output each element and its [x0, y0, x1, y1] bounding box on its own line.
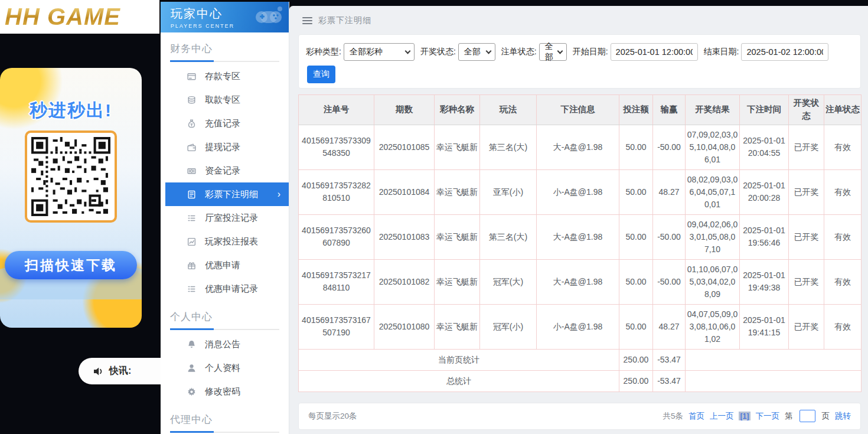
table-cell: 有效 — [824, 169, 862, 214]
col-header: 投注额 — [619, 95, 653, 125]
sidebar-header: 玩家中心 PLAYERS CENTER — [161, 2, 289, 32]
col-header: 彩种名称 — [435, 95, 480, 125]
start-date-input[interactable] — [611, 43, 698, 61]
table-cell: 2025-01-01 19:49:38 — [740, 259, 789, 304]
jump-action-link[interactable]: 跳转 — [835, 411, 851, 422]
table-cell: 20250101085 — [374, 125, 435, 169]
sidebar-item-label: 优惠申请记录 — [205, 283, 258, 295]
qr-code — [25, 130, 117, 223]
deposit-card-icon — [187, 71, 197, 81]
sidebar-item-label: 提现记录 — [205, 142, 240, 153]
end-date-input[interactable] — [741, 43, 828, 61]
sidebar-section-label: 个人中心 — [170, 310, 279, 324]
withdraw-coins-icon — [187, 95, 197, 105]
start-date-label: 开始日期: — [573, 47, 608, 57]
sidebar-section-header: 个人中心 — [161, 310, 289, 330]
scan-download-button[interactable]: 扫描快速下载 — [5, 251, 137, 279]
promo-list-icon — [187, 284, 197, 294]
bet-table-body: 40156917357330954835020250101085幸运飞艇新第三名… — [299, 125, 862, 349]
sidebar-item-person[interactable]: 个人资料 — [161, 356, 289, 380]
sidebar-item-label: 资金记录 — [205, 165, 240, 177]
order-status-label: 注单状态: — [501, 47, 537, 57]
recharge-bag-icon — [187, 119, 197, 129]
lottery-type-select[interactable]: 全部彩种 — [344, 43, 415, 61]
sidebar-item-label: 厅室投注记录 — [205, 213, 258, 224]
sidebar-item-funds-cash[interactable]: 资金记录 — [161, 159, 289, 182]
sidebar-item-promo-gift[interactable]: 优惠申请 — [161, 253, 289, 277]
table-cell: 401569173573217848110 — [299, 259, 374, 304]
table-cell: 已开奖 — [789, 169, 824, 214]
table-cell: 已开奖 — [789, 259, 824, 304]
table-cell: 50.00 — [619, 304, 653, 349]
table-cell: 冠军(大) — [480, 259, 537, 304]
table-cell: 2025-01-01 19:41:15 — [740, 304, 789, 349]
table-cell: 2025-01-01 20:04:55 — [740, 125, 789, 169]
site-logo-bar: HH GAME — [0, 0, 159, 34]
table-cell: 有效 — [824, 259, 862, 304]
filter-panel: 彩种类型: 全部彩种 开奖状态: 全部 注单状态: 全部 开始日期: 结束日期:… — [298, 34, 861, 89]
sidebar-nav: 财务中心存款专区取款专区充值记录提现记录资金记录彩票下注明细›厅室投注记录玩家投… — [161, 42, 289, 433]
sidebar-item-promo-list[interactable]: 优惠申请记录 — [161, 277, 289, 301]
table-cell: 04,07,05,09,03,08,10,06,01,02 — [686, 304, 740, 349]
sidebar-item-deposit-card[interactable]: 存款专区 — [161, 64, 289, 88]
sidebar-item-report-chart[interactable]: 玩家投注报表 — [161, 230, 289, 253]
table-cell: 幸运飞艇新 — [435, 214, 480, 259]
table-cell: 2025-01-01 20:00:28 — [740, 169, 789, 214]
chevron-down-icon — [557, 48, 563, 54]
gear-icon — [187, 387, 197, 397]
table-cell: 已开奖 — [789, 125, 824, 169]
chevron-right-icon: › — [278, 189, 280, 200]
table-cell: 冠军(小) — [480, 304, 537, 349]
person-icon — [187, 363, 197, 373]
lottery-doc-icon — [187, 190, 197, 200]
next-page-link[interactable]: 下一页 — [756, 411, 780, 422]
sidebar-item-withdrawal-wallet[interactable]: 提现记录 — [161, 135, 289, 159]
table-cell: 20250101080 — [374, 304, 435, 349]
sidebar-item-recharge-bag[interactable]: 充值记录 — [161, 112, 289, 135]
sidebar-item-withdraw-coins[interactable]: 取款专区 — [161, 88, 289, 112]
page-title: 彩票下注明细 — [318, 15, 371, 26]
report-chart-icon — [187, 237, 197, 247]
order-status-select[interactable]: 全部 — [539, 43, 567, 61]
bet-row: 40156917357328281051020250101084幸运飞艇新亚军(… — [299, 169, 862, 214]
jump-page-input[interactable] — [800, 410, 815, 422]
col-header: 注单号 — [299, 95, 374, 125]
table-cell: 48.27 — [653, 169, 686, 214]
summary-bet-total: 250.00 — [619, 370, 653, 391]
section-underline — [170, 61, 279, 62]
table-cell: 50.00 — [619, 125, 653, 169]
sidebar-section-header: 财务中心 — [161, 42, 289, 62]
sidebar-item-bell[interactable]: 消息公告 — [161, 332, 289, 356]
table-cell: 2025-01-01 19:56:46 — [740, 214, 789, 259]
draw-status-select[interactable]: 全部 — [458, 43, 495, 61]
section-underline — [170, 329, 279, 330]
col-header: 输赢 — [653, 95, 686, 125]
sidebar-item-gear[interactable]: 修改密码 — [161, 380, 289, 403]
sidebar-item-label: 优惠申请 — [205, 260, 240, 271]
prev-page-link[interactable]: 上一页 — [710, 411, 734, 422]
sidebar-item-label: 玩家投注报表 — [205, 236, 258, 247]
col-header: 下注时间 — [740, 95, 789, 125]
first-page-link[interactable]: 首页 — [688, 411, 704, 422]
table-cell: 401569173573167507190 — [299, 304, 374, 349]
withdrawal-wallet-icon — [187, 142, 197, 152]
bell-icon — [187, 340, 197, 350]
hall-list-icon — [187, 213, 197, 223]
sidebar: 玩家中心 PLAYERS CENTER 财务中心存款专区取款专区充值记录提现记录… — [161, 2, 289, 434]
table-cell: 已开奖 — [789, 304, 824, 349]
menu-toggle-icon[interactable] — [302, 17, 312, 24]
bet-row: 40156917357321784811020250101082幸运飞艇新冠军(… — [299, 259, 862, 304]
main-content: 彩票下注明细 彩种类型: 全部彩种 开奖状态: 全部 注单状态: 全部 开始日期… — [289, 6, 868, 434]
col-header: 开奖状态 — [789, 95, 824, 125]
sidebar-item-hall-list[interactable]: 厅室投注记录 — [161, 206, 289, 230]
sidebar-section-header: 代理中心 — [161, 413, 289, 433]
sidebar-item-label: 充值记录 — [205, 118, 240, 129]
chevron-down-icon — [485, 48, 491, 54]
gamepad-icon — [253, 5, 284, 28]
table-cell: -50.00 — [653, 259, 686, 304]
app-download-banner: 秒进秒出! 扫描快速下载 — [0, 68, 142, 328]
table-cell: 50.00 — [619, 259, 653, 304]
query-button[interactable]: 查询 — [307, 66, 335, 83]
sidebar-item-label: 修改密码 — [205, 386, 240, 397]
sidebar-item-lottery-doc[interactable]: 彩票下注明细› — [165, 182, 289, 206]
